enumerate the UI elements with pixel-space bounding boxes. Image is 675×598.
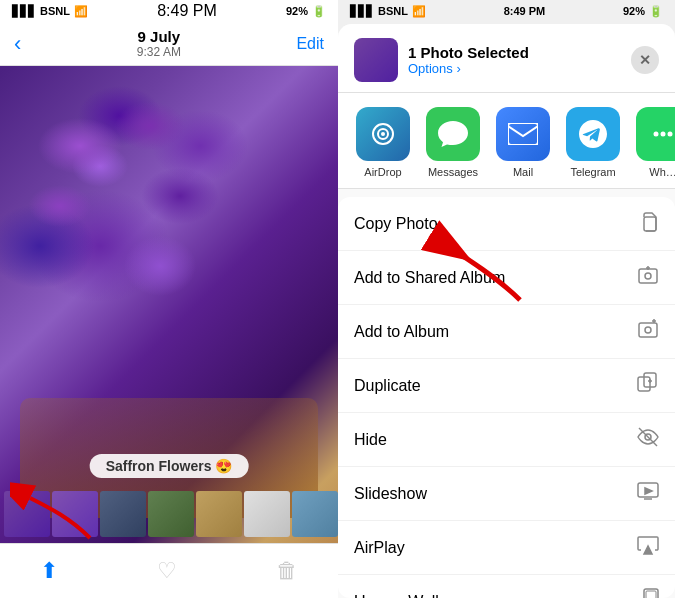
thumbnail-6[interactable]	[244, 491, 290, 537]
left-time: 8:49 PM	[157, 2, 217, 20]
svg-point-2	[381, 132, 385, 136]
app-item-airdrop[interactable]: AirDrop	[348, 107, 418, 178]
share-header-left: 1 Photo Selected Options ›	[354, 38, 529, 82]
right-signal-icon: ▋▋▋	[350, 5, 374, 18]
action-add-album[interactable]: Add to Album	[338, 305, 675, 359]
app-item-telegram[interactable]: Telegram	[558, 107, 628, 178]
action-add-shared[interactable]: Add to Shared Album	[338, 251, 675, 305]
add-album-icon	[637, 318, 659, 345]
right-wifi-icon: 📶	[412, 5, 426, 18]
more-label: Wh…	[649, 166, 675, 178]
svg-point-11	[645, 327, 651, 333]
thumbnail-2[interactable]	[52, 491, 98, 537]
bottom-toolbar: ⬆ ♡ 🗑	[0, 543, 338, 598]
photo-time: 9:32 AM	[137, 45, 181, 59]
action-copy-photo[interactable]: Copy Photo	[338, 197, 675, 251]
messages-icon	[426, 107, 480, 161]
wifi-icon: 📶	[74, 5, 88, 18]
airdrop-label: AirDrop	[364, 166, 401, 178]
delete-button[interactable]: 🗑	[276, 558, 298, 584]
duplicate-icon	[637, 372, 659, 399]
share-photo-thumb	[354, 38, 398, 82]
right-status-bar: ▋▋▋ BSNL 📶 8:49 PM 92% 🔋	[338, 0, 675, 22]
telegram-label: Telegram	[570, 166, 615, 178]
airplay-label: AirPlay	[354, 539, 405, 557]
svg-rect-8	[639, 269, 657, 283]
airdrop-icon	[356, 107, 410, 161]
hide-label: Hide	[354, 431, 387, 449]
right-carrier-status: ▋▋▋ BSNL 📶	[350, 5, 426, 18]
wallpaper-label: Use as Wallpaper	[354, 593, 480, 599]
share-button[interactable]: ⬆	[40, 558, 58, 584]
left-carrier-status: ▋▋▋ BSNL 📶	[12, 5, 88, 18]
action-hide[interactable]: Hide	[338, 413, 675, 467]
battery-icon: 🔋	[312, 5, 326, 18]
right-battery: 92% 🔋	[623, 5, 663, 18]
hide-icon	[637, 426, 659, 453]
svg-point-5	[661, 132, 666, 137]
battery-label: 92%	[286, 5, 308, 17]
add-shared-icon	[637, 264, 659, 291]
thumbnail-4[interactable]	[148, 491, 194, 537]
back-button[interactable]: ‹	[14, 31, 21, 57]
add-shared-label: Add to Shared Album	[354, 269, 505, 287]
right-battery-icon: 🔋	[649, 5, 663, 18]
apps-row: AirDrop Messages Mail	[338, 93, 675, 189]
app-item-messages[interactable]: Messages	[418, 107, 488, 178]
action-airplay[interactable]: AirPlay	[338, 521, 675, 575]
action-slideshow[interactable]: Slideshow	[338, 467, 675, 521]
copy-photo-label: Copy Photo	[354, 215, 438, 233]
left-battery: 92% 🔋	[286, 5, 326, 18]
share-title: 1 Photo Selected	[408, 44, 529, 61]
svg-marker-17	[645, 488, 652, 494]
svg-rect-10	[639, 323, 657, 337]
options-label: Options ›	[408, 61, 461, 76]
right-carrier-label: BSNL	[378, 5, 408, 17]
close-button[interactable]: ✕	[631, 46, 659, 74]
svg-marker-19	[644, 546, 652, 554]
left-status-bar: ▋▋▋ BSNL 📶 8:49 PM 92% 🔋	[0, 0, 338, 22]
signal-icon: ▋▋▋	[12, 5, 36, 18]
edit-button[interactable]: Edit	[296, 35, 324, 53]
more-icon	[636, 107, 675, 161]
mail-label: Mail	[513, 166, 533, 178]
svg-point-6	[668, 132, 673, 137]
left-nav-bar: ‹ 9 July 9:32 AM Edit	[0, 22, 338, 66]
airplay-icon	[637, 534, 659, 561]
telegram-icon	[566, 107, 620, 161]
carrier-label: BSNL	[40, 5, 70, 17]
share-title-block: 1 Photo Selected Options ›	[408, 44, 529, 76]
share-sheet: 1 Photo Selected Options › ✕ AirDr	[338, 24, 675, 598]
wallpaper-icon	[643, 588, 659, 598]
slideshow-icon	[637, 480, 659, 507]
add-album-label: Add to Album	[354, 323, 449, 341]
photo-caption: Saffron Flowers 😍	[90, 454, 249, 478]
like-button[interactable]: ♡	[157, 558, 177, 584]
messages-label: Messages	[428, 166, 478, 178]
right-battery-label: 92%	[623, 5, 645, 17]
action-wallpaper[interactable]: Use as Wallpaper	[338, 575, 675, 598]
nav-center: 9 July 9:32 AM	[137, 28, 181, 59]
mail-icon	[496, 107, 550, 161]
photo-area: Saffron Flowers 😍 ⬆ ♡ 🗑	[0, 66, 338, 598]
left-panel: ▋▋▋ BSNL 📶 8:49 PM 92% 🔋 ‹ 9 July 9:32 A…	[0, 0, 338, 598]
thumbnail-3[interactable]	[100, 491, 146, 537]
svg-rect-21	[646, 591, 656, 598]
actions-list: Copy Photo Add to Shared Album	[338, 197, 675, 598]
svg-point-4	[654, 132, 659, 137]
thumbnail-strip	[0, 491, 338, 543]
action-duplicate[interactable]: Duplicate	[338, 359, 675, 413]
photo-date: 9 July	[137, 28, 181, 45]
slideshow-label: Slideshow	[354, 485, 427, 503]
app-item-more[interactable]: Wh…	[628, 107, 675, 178]
duplicate-label: Duplicate	[354, 377, 421, 395]
share-options-link[interactable]: Options ›	[408, 61, 529, 76]
thumbnail-7[interactable]	[292, 491, 338, 537]
thumbnail-1[interactable]	[4, 491, 50, 537]
svg-rect-3	[508, 123, 538, 145]
right-panel: ▋▋▋ BSNL 📶 8:49 PM 92% 🔋 1 Photo Selecte…	[338, 0, 675, 598]
svg-rect-7	[644, 217, 656, 231]
right-time: 8:49 PM	[504, 5, 546, 17]
app-item-mail[interactable]: Mail	[488, 107, 558, 178]
thumbnail-5[interactable]	[196, 491, 242, 537]
